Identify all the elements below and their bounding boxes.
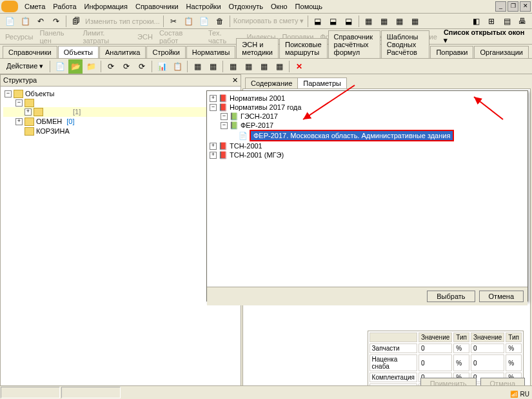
tool-icon[interactable]: ▦ xyxy=(190,59,204,74)
expand-icon[interactable]: − xyxy=(221,113,228,120)
structure-tree[interactable]: −Объекты − + [1] +ОБМЕН[0] КОРЗИНА xyxy=(1,87,241,394)
tree-tsn-mge[interactable]: ТСН-2001 (МГЭ) xyxy=(230,150,284,159)
tool-icon[interactable]: ▤ xyxy=(500,14,514,28)
tool-icon[interactable]: ↷ xyxy=(49,14,63,28)
tree-gesn[interactable]: ГЭСН-2017 xyxy=(241,112,278,121)
menu-sprav[interactable]: Справочники xyxy=(132,1,182,12)
expand-icon[interactable]: + xyxy=(210,95,217,102)
tab-spravochniki[interactable]: Справочники xyxy=(3,46,57,58)
cell[interactable]: % xyxy=(506,354,522,371)
tool-icon[interactable]: 📋 xyxy=(18,14,32,28)
tool-icon[interactable]: ⊞ xyxy=(484,14,498,28)
tree-obmen[interactable]: ОБМЕН xyxy=(36,117,62,127)
link-resursy[interactable]: Ресурсы xyxy=(3,33,35,41)
cell[interactable]: 0 xyxy=(419,354,452,371)
tab-parametry[interactable]: Параметры xyxy=(297,77,347,88)
tab-obekty[interactable]: Объекты xyxy=(58,46,99,58)
tool-icon[interactable]: ⟳ xyxy=(104,59,118,74)
close-tab-icon[interactable]: ✕ xyxy=(292,59,306,74)
otmena-button[interactable]: Отмена xyxy=(479,291,524,302)
minimize-button[interactable]: _ xyxy=(495,1,506,12)
expand-icon[interactable]: + xyxy=(15,118,23,125)
vybrat-button[interactable]: Выбрать xyxy=(427,291,475,302)
cell[interactable]: % xyxy=(453,343,469,353)
izmenit-tip-dropdown[interactable]: Изменить тип строки... xyxy=(84,14,161,28)
close-button[interactable]: ✕ xyxy=(520,1,531,12)
kopir-dropdown[interactable]: Копировать в смету ▾ xyxy=(233,14,305,28)
link-sostav[interactable]: Состав работ xyxy=(157,29,204,45)
tool-icon[interactable]: 🖶 xyxy=(515,14,529,28)
menu-okno[interactable]: Окно xyxy=(267,1,291,12)
cell[interactable]: 0 xyxy=(471,354,504,371)
tool-icon[interactable]: ◧ xyxy=(469,14,483,28)
tree-n2001[interactable]: Нормативы 2001 xyxy=(230,94,285,103)
tree-root[interactable]: Объекты xyxy=(25,89,54,99)
tab-normativy[interactable]: Нормативы xyxy=(186,46,236,58)
tab-marshruty[interactable]: Поисковые маршруты xyxy=(279,38,328,58)
tool-icon[interactable]: 📊 xyxy=(155,59,169,74)
tab-soderzhanie[interactable]: Содержание xyxy=(245,77,298,88)
tool-icon[interactable]: ✂ xyxy=(166,14,181,28)
tree-n2017[interactable]: Нормативы 2017 года xyxy=(230,103,301,112)
open-icon[interactable]: 📂 xyxy=(68,59,83,74)
tree-fer[interactable]: ФЕР-2017 xyxy=(241,121,273,130)
tool-icon[interactable]: 🗑 xyxy=(213,14,227,28)
tool-icon[interactable]: ▦ xyxy=(408,14,422,28)
tool-icon[interactable]: 📋 xyxy=(182,14,196,28)
tree-fer-msk-selected[interactable]: ФЕР-2017. Московская область. Администра… xyxy=(250,130,454,141)
expand-icon[interactable]: − xyxy=(5,90,12,97)
tool-icon[interactable]: ⬓ xyxy=(326,14,340,28)
tool-icon[interactable]: ⟳ xyxy=(135,59,149,74)
new-icon[interactable]: 📄 xyxy=(53,59,67,74)
tool-icon[interactable]: ⬓ xyxy=(311,14,325,28)
cell[interactable]: 0 xyxy=(419,343,452,353)
tool-icon[interactable]: ▦ xyxy=(393,14,407,28)
menu-nastr[interactable]: Настройки xyxy=(182,1,225,12)
tool-icon[interactable]: ⟳ xyxy=(119,59,133,74)
tool-icon[interactable]: ▦ xyxy=(362,14,376,28)
expand-icon[interactable]: − xyxy=(15,99,23,107)
tab-formul[interactable]: Справочник расчётных формул xyxy=(328,30,380,58)
menu-otdoh[interactable]: Отдохнуть xyxy=(225,1,268,12)
tool-icon[interactable]: 📄 xyxy=(197,14,212,28)
restore-button[interactable]: ❐ xyxy=(507,1,518,12)
tree-tsn[interactable]: ТСН-2001 xyxy=(230,141,262,150)
menu-smeta[interactable]: Смета xyxy=(21,1,49,12)
expand-icon[interactable]: + xyxy=(25,108,32,116)
tool-icon[interactable]: ▦ xyxy=(226,59,240,74)
tool-icon[interactable]: ↶ xyxy=(34,14,48,28)
menu-info[interactable]: Информация xyxy=(81,1,132,12)
okna-dropdown[interactable]: Список открытых окон ▾ xyxy=(441,28,529,45)
tab-stroiki[interactable]: Стройки xyxy=(146,46,185,58)
expand-icon[interactable]: + xyxy=(210,143,217,150)
popup-tree[interactable]: +📕Нормативы 2001 −📕Нормативы 2017 года −… xyxy=(207,91,527,287)
tool-icon[interactable]: ▦ xyxy=(257,59,271,74)
panel-close-icon[interactable]: ✕ xyxy=(232,76,238,85)
tool-icon[interactable]: ▦ xyxy=(377,14,391,28)
tool-icon[interactable]: 📋 xyxy=(170,59,184,74)
tool-icon[interactable]: ▦ xyxy=(206,59,220,74)
menu-rabota[interactable]: Работа xyxy=(49,1,80,12)
link-paneltsen[interactable]: Панель цен xyxy=(37,29,79,45)
deistvie-dropdown[interactable]: Действие ▾ xyxy=(3,62,47,70)
tab-analitika[interactable]: Аналитика xyxy=(99,46,146,58)
tab-shablony[interactable]: Шаблоны Сводных Расчётов xyxy=(381,30,430,58)
cell[interactable]: % xyxy=(453,354,469,371)
link-esn[interactable]: ЭСН xyxy=(135,33,155,41)
expand-icon[interactable]: − xyxy=(221,122,228,129)
tool-icon[interactable]: ▦ xyxy=(241,59,255,74)
cell[interactable]: 0 xyxy=(471,343,504,353)
tab-popravki[interactable]: Поправки xyxy=(430,46,473,58)
cell[interactable]: % xyxy=(506,343,522,353)
tool-icon[interactable]: ▦ xyxy=(272,59,286,74)
expand-icon[interactable]: + xyxy=(210,152,217,159)
tool-icon[interactable]: 📄 xyxy=(3,14,17,28)
expand-icon[interactable]: − xyxy=(210,104,217,111)
link-limit[interactable]: Лимит. затраты xyxy=(80,29,133,45)
language-indicator[interactable]: RU xyxy=(520,391,529,398)
tree-korzina[interactable]: КОРЗИНА xyxy=(36,127,70,136)
tab-organizatsii[interactable]: Организации xyxy=(474,46,529,58)
tab-esn[interactable]: ЭСН и методики xyxy=(236,38,279,58)
folder-icon[interactable]: 📁 xyxy=(84,59,98,74)
tool-icon[interactable]: 🗐 xyxy=(69,14,83,28)
